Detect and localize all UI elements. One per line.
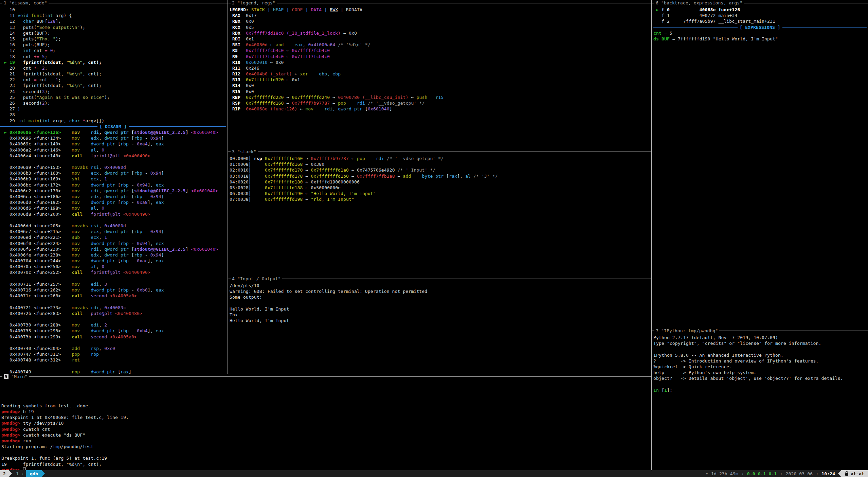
text-segment: 0x40070c <func+252> [1, 270, 72, 275]
text-segment: , [96, 147, 102, 153]
text-segment [427, 95, 435, 100]
text-segment: qword ptr [104, 130, 129, 135]
text-segment: 21 fprintf(stdout, [1, 71, 66, 76]
text-segment: cnt [31, 48, 45, 53]
text-segment: tty /dev/pts/10 [23, 421, 64, 426]
status-window-tab-gdb[interactable]: 1 › gdb [12, 470, 45, 477]
text-segment: ] [161, 136, 164, 141]
text-segment: ← [297, 106, 305, 111]
text-segment: | [303, 7, 311, 12]
text-segment: , [99, 322, 104, 328]
text-segment: ret [72, 357, 80, 363]
pane-legend-regs[interactable]: 2 "legend, regs" LEGEND: STACK | HEAP | … [228, 0, 651, 149]
text-segment [230, 66, 232, 71]
text-segment: 0x40080d [104, 223, 126, 228]
terminal-line: pwndbg> b 19 [1, 409, 651, 414]
ipython-console-input-area[interactable]: Python 2.7.17 (default, Nov 7 2019, 10:0… [652, 334, 868, 393]
text-segment: qword ptr [104, 188, 129, 193]
text-segment: 0x4006c2 <func+178> [1, 188, 72, 193]
text-segment: dword ptr [104, 194, 129, 199]
text-segment: 0x0 [276, 60, 284, 65]
text-segment [80, 136, 91, 141]
text-segment: ] [390, 106, 392, 111]
text-segment: 0x7fffffffd240 [292, 95, 330, 100]
gdb-console-input-area[interactable]: Reading symbols from test...done.pwndbg>… [0, 379, 651, 470]
text-segment: 03:0018 [230, 174, 249, 179]
terminal-line: warning: GDB: Failed to set controlling … [230, 288, 651, 294]
text-segment: 0x40068e <func+126> [10, 130, 61, 135]
text-segment: ], [148, 258, 156, 263]
text-segment [29, 13, 31, 18]
terminal-line: R11 0x246 [230, 65, 651, 71]
text-segment: ], [148, 287, 156, 293]
lock-icon [845, 471, 849, 476]
text-segment: pwndbg> [1, 427, 23, 432]
terminal-line: 00:0000│ rsp 0x7fffffffd160 → 0x7ffff7b9… [230, 156, 651, 161]
text-segment: mov [72, 241, 80, 246]
text-segment: dword ptr [91, 141, 115, 146]
text-segment: <0x400490> [123, 153, 150, 158]
text-segment: → [303, 167, 311, 173]
text-segment: fprintf@plt [91, 270, 121, 275]
pane-stack[interactable]: 3 "stack" 00:0000│ rsp 0x7fffffffd160 → … [228, 149, 651, 276]
terminal-line: 03:0018│ 0x7fffffffd178 → 0x7fffffffd1b0… [230, 173, 651, 179]
text-segment: dword ptr [91, 369, 115, 374]
pane-disasm-code[interactable]: 1 "disasm, code" 10 11 void func(int arg… [0, 0, 228, 374]
text-segment [80, 206, 91, 211]
text-segment: 0x7fffffffd180 [265, 179, 303, 184]
pane-ipython[interactable]: 7 "IPython: tmp/pwndbg" Python 2.7.17 (d… [652, 328, 868, 470]
terminal-line [1, 159, 228, 164]
pane-main-gdb-console[interactable]: 5 "Main" Reading symbols from test...don… [0, 374, 651, 470]
pane-label: 5 "Main" [2, 374, 29, 379]
terminal-line: pwndbg> cwatch execute "ds BUF" [1, 432, 651, 438]
terminal-line: %quickref -> Quick reference. [653, 364, 868, 370]
text-segment: [ [115, 182, 121, 188]
text-segment: 0xb4 [137, 328, 148, 333]
terminal-line: 27 } [1, 106, 228, 112]
text-segment: , [96, 206, 102, 211]
text-segment: ); [56, 36, 61, 41]
text-segment: 0x4006a4 <func+148> [1, 153, 72, 158]
text-segment [80, 171, 91, 176]
text-segment [80, 252, 91, 258]
text-segment: In [653, 388, 659, 393]
text-segment: 0x400716 <func+262> [1, 287, 72, 293]
terminal-line [230, 300, 651, 306]
text-segment [230, 31, 232, 36]
terminal-line: 26 second(2); [1, 100, 228, 106]
expressions-divider: [ EXPRESSIONS ] [653, 24, 867, 30]
text-segment: 1 [56, 77, 58, 82]
text-segment: 0x4006d8 <func+200> [1, 212, 72, 217]
terminal-line: Python 2.7.17 (default, Nov 7 2019, 10:0… [653, 335, 868, 340]
pane-input-output[interactable]: 4 "Input / Output" /dev/pts/10warning: G… [228, 276, 651, 374]
stack-listing: 00:0000│ rsp 0x7fffffffd160 → 0x7ffff7b9… [228, 155, 651, 202]
text-segment: STACK [251, 7, 265, 12]
terminal-line: 15 puts("Thx. "); [1, 36, 228, 42]
text-segment: qword ptr [104, 247, 129, 252]
terminal-line: 18 cnt += 5; [1, 54, 228, 59]
terminal-line: 16 puts(BUF); [1, 42, 228, 48]
pane-number: 4 [232, 276, 235, 281]
terminal-line: 0x4006bc <func+172> mov dword ptr [rbp -… [1, 182, 228, 188]
pane-title: "Input / Output" [237, 276, 281, 281]
text-segment [230, 89, 232, 94]
text-segment: ], [148, 328, 156, 333]
text-segment: 0x4006f6 <func+230> [1, 247, 72, 252]
text-segment [346, 101, 357, 106]
text-segment [83, 212, 91, 217]
text-segment: Reading symbols from test...done. [1, 403, 91, 408]
pane-backtrace-expressions[interactable]: 6 "backtrace, expressions, args" ► f 0 4… [652, 0, 868, 328]
text-segment: mov [72, 252, 80, 258]
text-segment: 0x40083c [104, 305, 126, 310]
text-segment: ← [349, 167, 357, 173]
terminal-line: 06:0030│ 0x7fffffffd190 ← "Hello World, … [230, 191, 651, 196]
text-segment: → [330, 95, 338, 100]
text-segment: 0x94 [137, 182, 148, 188]
terminal-line [1, 299, 228, 304]
text-segment: dword ptr [104, 171, 129, 176]
text-segment: mov [72, 141, 80, 146]
text-segment: [ [362, 106, 368, 111]
text-segment: │ [249, 197, 265, 202]
text-segment: [ [129, 194, 134, 199]
text-segment [230, 54, 232, 59]
